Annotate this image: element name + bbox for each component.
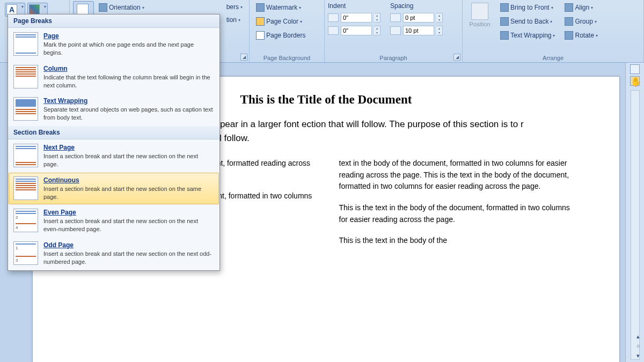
right-sidebar: ✋ ▴ ○ ▾ (625, 63, 644, 362)
section-odd-page-item[interactable]: 13 Odd Page Insert a section break and s… (9, 238, 219, 270)
page-break-icon (13, 32, 38, 56)
indent-left-input[interactable] (341, 13, 372, 23)
section-breaks-header: Section Breaks (8, 126, 219, 139)
spacing-before-spinner[interactable]: ▴▾ (436, 13, 443, 23)
spacing-after-icon (390, 26, 401, 35)
send-to-back-button[interactable]: Send to Back▾ (497, 15, 558, 28)
spacing-header: Spacing (390, 1, 443, 11)
break-page-item[interactable]: Page Mark the point at which one page en… (9, 28, 219, 61)
text-wrap-icon (500, 31, 509, 40)
paragraph-group-label: Paragraph (328, 54, 459, 62)
watermark-icon (256, 3, 265, 12)
section-even-page-title: Even Page (43, 209, 214, 216)
section-continuous-title: Continuous (43, 176, 214, 184)
indent-left-spinner[interactable]: ▴▾ (374, 13, 380, 23)
a-icon: A (6, 4, 17, 15)
vertical-scrollbar[interactable] (631, 90, 640, 360)
page-background-group-label: Page Background (253, 54, 321, 62)
align-button[interactable]: Align▾ (561, 1, 601, 14)
group-icon (565, 17, 573, 26)
line-numbers-label: bers (226, 3, 239, 11)
bring-front-icon (500, 3, 509, 12)
rotate-icon (565, 31, 573, 40)
indent-right-spinner[interactable]: ▴▾ (374, 26, 380, 35)
page-borders-button[interactable]: Page Borders (253, 29, 321, 42)
col2-p1: text in the body of the document, format… (339, 158, 572, 193)
section-next-page-item[interactable]: Next Page Insert a section break and sta… (9, 140, 219, 172)
spacing-before[interactable]: ▴▾ (390, 13, 443, 23)
arrange-group-label: Arrange (466, 54, 640, 62)
page-breaks-header: Page Breaks (8, 14, 219, 28)
hyphenation-button[interactable]: tion ▾ (223, 14, 246, 26)
section-continuous-item[interactable]: Continuous Insert a section break and st… (9, 173, 219, 205)
spacing-before-input[interactable] (403, 13, 434, 23)
page-borders-icon (256, 31, 265, 40)
break-text-wrapping-desc: Separate text around objects on web page… (43, 106, 214, 122)
line-numbers-button[interactable]: bers ▾ (223, 1, 246, 13)
position-button[interactable]: Position (466, 1, 494, 42)
hyphenation-label: tion (226, 16, 237, 24)
section-odd-page-desc: Insert a section break and start the new… (43, 250, 214, 266)
section-odd-page-title: Odd Page (43, 241, 214, 249)
break-page-desc: Mark the point at which one page ends an… (43, 41, 214, 57)
page-color-icon (256, 17, 265, 26)
column-break-icon (13, 65, 38, 88)
spacing-before-icon (390, 13, 401, 22)
spacing-after[interactable]: ▴▾ (390, 26, 443, 35)
column-2: text in the body of the document, format… (339, 158, 572, 256)
spacing-after-input[interactable] (403, 26, 434, 35)
indent-left[interactable]: ▴▾ (328, 13, 380, 23)
indent-header: Indent (328, 1, 380, 11)
section-next-page-desc: Insert a section break and start the new… (43, 152, 214, 168)
next-page-icon (13, 144, 38, 167)
indent-right-icon (328, 26, 339, 35)
scroll-up-icon[interactable]: ▴ (634, 333, 642, 341)
break-column-item[interactable]: Column Indicate that the text following … (9, 61, 219, 93)
scroll-down-icon[interactable]: ▾ (634, 352, 642, 360)
paragraph-dialog-launcher[interactable]: ◢ (453, 54, 460, 61)
col2-p3: This is the text in the body of the (339, 235, 572, 247)
hand-icon[interactable]: ✋ (630, 76, 640, 86)
text-wrapping-button[interactable]: Text Wrapping▾ (497, 29, 558, 42)
chevron-down-icon: ▾ (142, 5, 144, 10)
break-page-title: Page (43, 32, 214, 40)
page-nav-icon[interactable]: ○ (634, 343, 642, 350)
text-wrapping-break-icon (13, 97, 38, 121)
odd-page-icon: 13 (13, 241, 38, 265)
break-text-wrapping-item[interactable]: Text Wrapping Separate text around objec… (9, 93, 219, 125)
break-column-title: Column (43, 65, 214, 72)
section-next-page-title: Next Page (43, 144, 214, 151)
section-even-page-desc: Insert a section break and start the new… (43, 217, 214, 233)
position-icon (471, 3, 488, 20)
watermark-button[interactable]: Watermark ▾ (253, 1, 321, 14)
indent-right-input[interactable] (341, 26, 372, 35)
orientation-label: Orientation (109, 4, 141, 11)
group-button[interactable]: Group▾ (561, 15, 601, 28)
align-icon (565, 3, 573, 12)
even-page-icon: 24 (13, 209, 38, 232)
rotate-button[interactable]: Rotate▾ (561, 29, 601, 42)
page-setup-dialog-launcher[interactable]: ◢ (240, 54, 247, 61)
send-back-icon (500, 17, 509, 26)
colors-icon (29, 4, 40, 15)
bring-to-front-button[interactable]: Bring to Front▾ (497, 1, 558, 14)
col2-p2: This is the text in the body of the docu… (339, 202, 572, 225)
orientation-button[interactable]: Orientation ▾ (96, 1, 148, 14)
section-continuous-desc: Insert a section break and start the new… (43, 185, 214, 201)
section-even-page-item[interactable]: 24 Even Page Insert a section break and … (9, 205, 219, 237)
indent-left-icon (328, 13, 339, 22)
page-color-button[interactable]: Page Color ▾ (253, 15, 321, 28)
continuous-icon (13, 176, 38, 200)
orientation-icon (99, 3, 107, 12)
breaks-dropdown: Page Breaks Page Mark the point at which… (8, 14, 220, 271)
indent-right[interactable]: ▴▾ (328, 26, 380, 35)
ruler-icon[interactable] (630, 64, 640, 74)
spacing-after-spinner[interactable]: ▴▾ (436, 26, 443, 35)
break-column-desc: Indicate that the text following the col… (43, 73, 214, 90)
break-text-wrapping-title: Text Wrapping (43, 97, 214, 105)
